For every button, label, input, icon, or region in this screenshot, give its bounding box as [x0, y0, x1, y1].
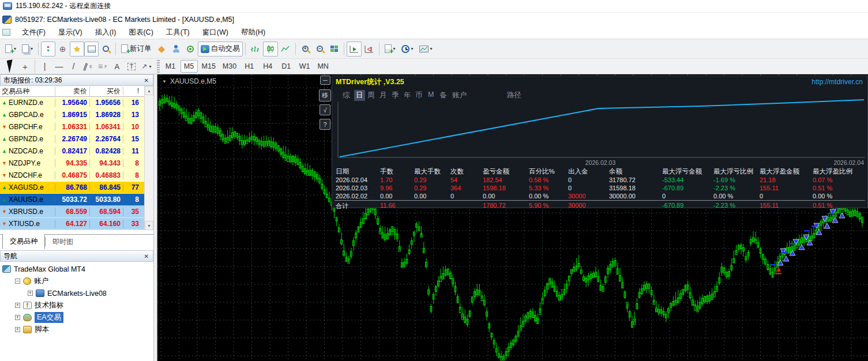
news-button[interactable] [183, 42, 198, 57]
line-chart-mode-button[interactable] [278, 42, 293, 57]
market-watch-row[interactable]: ▲GBPNZD.e2.267492.2676415 [0, 133, 144, 145]
menu-item-1[interactable]: 显示(V) [52, 26, 88, 39]
market-watch-toggle[interactable]: ▲▼ [41, 42, 55, 57]
scroll-up-icon[interactable]: ▲ [145, 86, 153, 95]
mw-col-header-3[interactable]: ! [123, 87, 142, 95]
chart-area[interactable]: ▼ XAUUSD.e,M5 ─移√? MTDriver统计 ,V3.25 htt… [157, 74, 868, 361]
market-watch-row[interactable]: ▼NZDCHF.e0.468750.468838 [0, 170, 144, 182]
navigator-item-0[interactable]: TradeMax Global MT4 [0, 263, 153, 275]
timeframe-m1[interactable]: M1 [162, 60, 179, 73]
templates-button[interactable]: ▾ [416, 42, 435, 57]
expand-plus-icon[interactable]: + [15, 327, 20, 332]
navigator-item-1[interactable]: −账户 [0, 275, 153, 287]
market-watch-row[interactable]: ▲XAGUSD.e86.76886.84577 [0, 182, 144, 194]
fibonacci-tool[interactable]: ≡F [95, 60, 110, 73]
menu-item-5[interactable]: 窗口(W) [197, 26, 234, 39]
navigator-item-2[interactable]: +ECMarkets-Live08 [0, 287, 153, 299]
arrows-tool[interactable]: ↗▾ [138, 60, 154, 73]
metaeditor-button[interactable]: ◆ [155, 42, 169, 57]
stats-panel-url[interactable]: http://mtdriver.cn [811, 78, 863, 86]
stats-cell: 1598.18 [483, 185, 506, 191]
mw-col-header-2[interactable]: 买价 [89, 87, 123, 96]
stats-total-cell: 合计 [336, 202, 348, 210]
auto-trading-button[interactable]: 自动交易 [198, 42, 243, 57]
chart-dropdown-icon[interactable]: ▼ [162, 79, 167, 84]
navigator-toggle[interactable]: ★ [70, 42, 84, 57]
text-tool[interactable]: A [110, 60, 124, 73]
navigator-item-5[interactable]: +脚本 [0, 324, 153, 336]
bar-chart-mode-button[interactable] [248, 42, 263, 57]
text-label-tool[interactable]: T [124, 60, 138, 73]
trade-arrow-marker [783, 256, 789, 261]
menu-item-6[interactable]: 帮助(H) [235, 26, 271, 39]
market-watch-close-icon[interactable]: ✕ [143, 77, 150, 84]
cursor-tool-button[interactable] [3, 60, 18, 73]
trendline-tool[interactable]: / [66, 60, 81, 73]
menu-item-4[interactable]: 工具(T) [160, 26, 196, 39]
stats-col-header: 手数 [380, 167, 393, 176]
zoom-out-button[interactable]: − [313, 42, 327, 57]
navigator-close-icon[interactable]: ✕ [143, 253, 150, 260]
market-watch-row[interactable]: ▼NZDJPY.e94.33594.3438 [0, 157, 144, 170]
auto-scroll-toggle[interactable] [347, 42, 362, 57]
panel-minimize-button[interactable]: ─ [320, 76, 330, 85]
market-watch-tab-1[interactable]: 即时图 [46, 235, 80, 249]
chart-menu-icon[interactable] [2, 29, 10, 36]
timeframe-m5[interactable]: M5 [181, 60, 198, 73]
market-watch-row[interactable]: ▼XTIUSD.e64.12764.16033 [0, 218, 144, 230]
toolbar-drag-handle[interactable] [157, 60, 160, 73]
market-watch-row[interactable]: ▼XBRUSD.e68.55968.59435 [0, 206, 144, 218]
stats-tab-M[interactable]: M [426, 90, 435, 99]
panel-splitter[interactable] [153, 74, 157, 361]
timeframe-d1[interactable]: D1 [277, 60, 295, 73]
new-chart-button[interactable]: +▾ [2, 42, 19, 57]
vertical-line-tool[interactable]: | [37, 60, 52, 73]
panel-confirm-button[interactable]: √ [320, 104, 330, 115]
new-order-button[interactable]: +新订单 [118, 42, 155, 57]
stats-cell: 31598.18 [609, 185, 636, 191]
timeframe-h4[interactable]: H4 [259, 60, 276, 73]
market-watch-row[interactable]: ▲GBPCAD.e1.869151.8692813 [0, 109, 144, 121]
timeframe-mn[interactable]: MN [314, 60, 332, 73]
zoom-in-button[interactable]: + [298, 42, 313, 57]
menu-item-0[interactable]: 文件(F) [16, 26, 51, 39]
collapse-minus-icon[interactable]: − [15, 279, 20, 284]
terminal-toggle[interactable] [84, 42, 99, 57]
mw-col-header-1[interactable]: 卖价 [55, 87, 89, 96]
tile-windows-button[interactable] [327, 42, 341, 57]
expand-plus-icon[interactable]: + [15, 303, 20, 308]
market-watch-scrollbar[interactable]: ▲ ▼ [144, 86, 153, 230]
menu-item-3[interactable]: 图表(C) [123, 26, 159, 39]
panel-help-button[interactable]: ? [320, 119, 330, 130]
profiles-button[interactable]: ▾ [19, 42, 36, 57]
horizontal-line-tool[interactable]: — [52, 60, 66, 73]
indicators-button[interactable]: +▾ [382, 42, 399, 57]
symbol-name: XAUUSD.e [9, 195, 43, 204]
timeframe-w1[interactable]: W1 [296, 60, 313, 73]
panel-move-button[interactable]: 移 [319, 89, 331, 101]
navigator-item-3[interactable]: +f技术指标 [0, 299, 153, 311]
strategy-tester-button[interactable] [99, 42, 113, 57]
data-window-button[interactable]: ⊕ [55, 42, 70, 57]
market-watch-tab-0[interactable]: 交易品种 [2, 234, 45, 249]
market-watch-row[interactable]: ▼GBPCHF.e1.063311.0634110 [0, 121, 144, 133]
mw-col-header-0[interactable]: 交易品种 [0, 87, 55, 96]
timeframe-h1[interactable]: H1 [241, 60, 258, 73]
channel-tool[interactable]: ∥E [81, 60, 95, 73]
community-button[interactable] [169, 42, 183, 57]
market-watch-row[interactable]: ▲EURNZD.e1.956401.9565616 [0, 97, 144, 109]
market-watch-row[interactable]: ▲XAUUSD.e5033.725033.808 [0, 194, 144, 206]
timeframe-m30[interactable]: M30 [220, 60, 239, 73]
menu-item-2[interactable]: 插入(I) [89, 26, 122, 39]
candlestick-mode-button[interactable] [263, 42, 278, 57]
chart-shift-button[interactable] [362, 42, 377, 57]
market-watch-row[interactable]: ▲NZDCAD.e0.824170.8242811 [0, 145, 144, 157]
expand-plus-icon[interactable]: + [28, 291, 33, 296]
expand-plus-icon[interactable]: + [15, 315, 20, 320]
crosshair-tool-button[interactable]: + [18, 60, 32, 73]
periods-button[interactable]: ▾ [399, 42, 416, 57]
navigator-item-4[interactable]: +EA交易 [0, 311, 153, 324]
timeframe-m15[interactable]: M15 [199, 60, 219, 73]
bid-cell: 0.82417 [55, 147, 89, 155]
scroll-down-icon[interactable]: ▼ [145, 221, 153, 230]
